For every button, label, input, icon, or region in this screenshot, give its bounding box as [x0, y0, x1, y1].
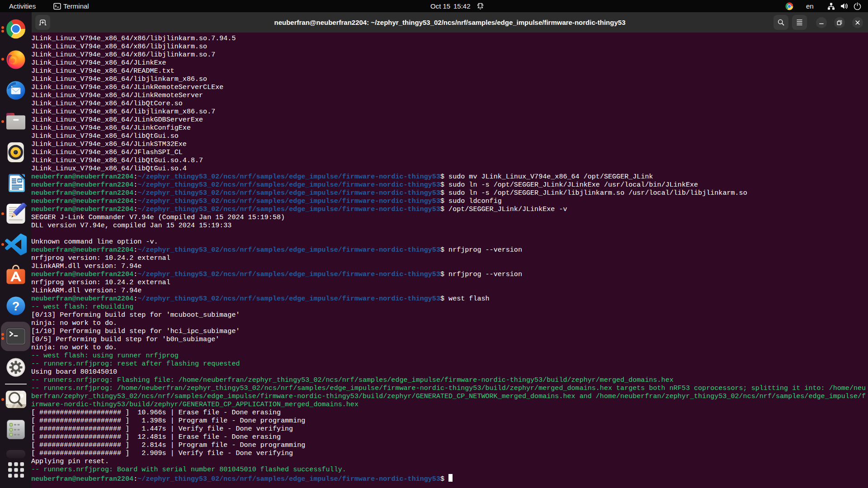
- svg-text:?: ?: [12, 300, 20, 313]
